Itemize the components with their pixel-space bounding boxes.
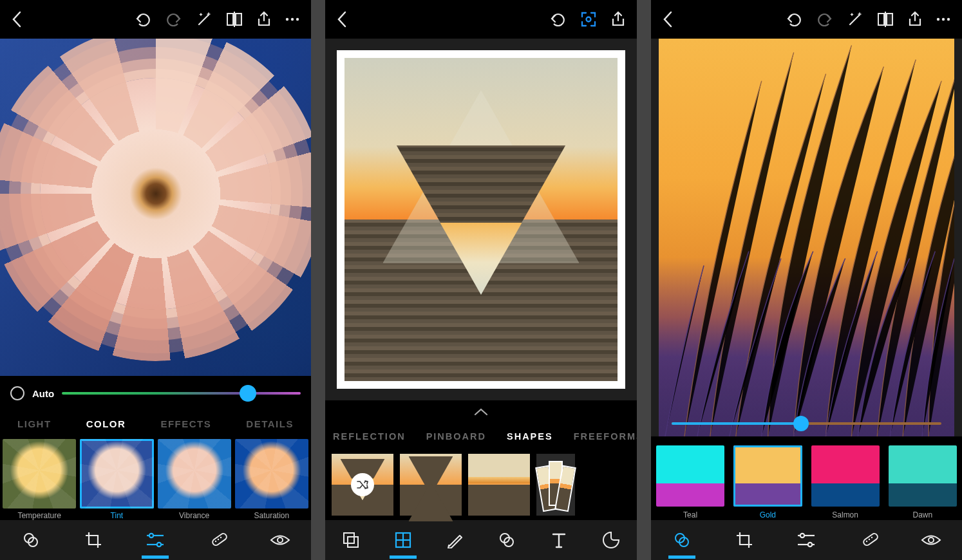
tab-shapes[interactable]: SHAPES bbox=[507, 431, 553, 442]
svg-point-34 bbox=[800, 534, 804, 537]
slider-knob[interactable] bbox=[240, 385, 256, 402]
tab-effects[interactable]: EFFECTS bbox=[160, 418, 211, 429]
back-icon[interactable] bbox=[337, 11, 347, 28]
share-icon[interactable] bbox=[257, 11, 271, 28]
svg-point-30 bbox=[947, 18, 950, 21]
svg-point-16 bbox=[278, 537, 283, 543]
preset-horizon-stripe[interactable] bbox=[468, 454, 530, 516]
svg-point-9 bbox=[149, 534, 153, 537]
back-icon[interactable] bbox=[663, 11, 673, 28]
shape-presets bbox=[325, 449, 637, 520]
screen-duotone-filter: Teal Gold Salmon Dawn bbox=[651, 0, 962, 560]
tool-looks[interactable] bbox=[665, 523, 699, 557]
svg-point-3 bbox=[286, 18, 288, 21]
collage-image bbox=[344, 58, 618, 381]
thumb-temperature[interactable]: Temperature bbox=[3, 439, 76, 520]
tab-details[interactable]: DETAILS bbox=[246, 418, 294, 429]
image-canvas[interactable] bbox=[0, 39, 311, 376]
filter-dawn[interactable]: Dawn bbox=[889, 445, 957, 520]
collage-canvas[interactable] bbox=[325, 39, 637, 400]
svg-point-36 bbox=[808, 543, 812, 546]
preset-cards-fan[interactable] bbox=[536, 454, 575, 516]
svg-point-4 bbox=[291, 18, 294, 21]
preset-triangle-double[interactable] bbox=[400, 454, 462, 516]
svg-point-5 bbox=[296, 18, 299, 21]
auto-indicator-icon[interactable] bbox=[10, 386, 24, 400]
magic-wand-icon[interactable] bbox=[847, 12, 863, 27]
svg-rect-12 bbox=[211, 532, 227, 546]
tool-sticker[interactable] bbox=[594, 523, 628, 557]
bottom-toolbar bbox=[325, 520, 637, 560]
tool-draw[interactable] bbox=[438, 523, 473, 557]
bottom-toolbar bbox=[0, 520, 311, 560]
svg-point-29 bbox=[942, 18, 945, 21]
tab-pinboard[interactable]: PINBOARD bbox=[426, 431, 486, 442]
tab-color[interactable]: COLOR bbox=[86, 418, 126, 429]
redo-icon bbox=[816, 12, 833, 26]
tool-heal[interactable] bbox=[200, 523, 235, 557]
tint-slider[interactable] bbox=[62, 392, 301, 395]
filter-teal[interactable]: Teal bbox=[656, 445, 724, 520]
tool-layout-grid[interactable] bbox=[386, 523, 420, 557]
thumb-vibrance[interactable]: Vibrance bbox=[158, 439, 231, 520]
thumb-tint[interactable]: Tint bbox=[80, 439, 153, 520]
compare-icon[interactable] bbox=[226, 12, 243, 27]
filter-thumbnails: Teal Gold Salmon Dawn bbox=[651, 436, 962, 520]
shuffle-icon bbox=[351, 473, 374, 496]
tool-crop[interactable] bbox=[76, 523, 111, 557]
tool-text[interactable] bbox=[542, 523, 576, 557]
tool-adjust[interactable] bbox=[789, 523, 824, 557]
magic-wand-icon[interactable] bbox=[196, 12, 212, 27]
share-icon[interactable] bbox=[908, 11, 922, 28]
thumb-saturation[interactable]: Saturation bbox=[235, 439, 308, 520]
tool-heal[interactable] bbox=[851, 523, 886, 557]
svg-rect-37 bbox=[862, 532, 878, 546]
svg-point-41 bbox=[929, 537, 934, 543]
tool-looks[interactable] bbox=[489, 523, 524, 557]
svg-rect-1 bbox=[236, 14, 241, 25]
compare-icon[interactable] bbox=[877, 12, 894, 27]
adjustment-thumbnails: Temperature Tint Vibrance Saturation bbox=[0, 436, 311, 520]
svg-point-11 bbox=[157, 543, 161, 546]
screen-collage-shapes: REFLECTION PINBOARD SHAPES FREEFORMS bbox=[325, 0, 637, 560]
collage-type-tabs: REFLECTION PINBOARD SHAPES FREEFORMS bbox=[325, 424, 637, 449]
svg-rect-25 bbox=[878, 14, 884, 25]
svg-point-39 bbox=[869, 539, 870, 540]
tab-reflection[interactable]: REFLECTION bbox=[333, 431, 406, 442]
tool-crop[interactable] bbox=[727, 523, 762, 557]
slider-knob[interactable] bbox=[793, 416, 809, 431]
adjust-category-tabs: LIGHT COLOR EFFECTS DETAILS bbox=[0, 411, 311, 436]
preset-triangle-down[interactable] bbox=[332, 454, 393, 516]
auto-label[interactable]: Auto bbox=[32, 388, 54, 399]
undo-icon[interactable] bbox=[135, 12, 151, 26]
edited-image bbox=[659, 39, 954, 436]
tab-light[interactable]: LIGHT bbox=[17, 418, 52, 429]
svg-point-40 bbox=[871, 537, 872, 538]
back-icon[interactable] bbox=[12, 11, 22, 28]
filter-gold[interactable]: Gold bbox=[733, 445, 802, 520]
tool-redeye[interactable] bbox=[263, 523, 297, 557]
tool-adjust[interactable] bbox=[138, 523, 173, 557]
bottom-toolbar bbox=[651, 520, 962, 560]
tool-layers[interactable] bbox=[334, 523, 368, 557]
intensity-slider[interactable] bbox=[672, 422, 941, 425]
topbar bbox=[325, 0, 637, 39]
undo-icon[interactable] bbox=[786, 12, 802, 26]
fullscreen-icon[interactable] bbox=[580, 11, 597, 28]
svg-rect-18 bbox=[344, 533, 354, 543]
tool-redeye[interactable] bbox=[914, 523, 948, 557]
svg-point-38 bbox=[866, 541, 867, 542]
undo-icon[interactable] bbox=[549, 12, 566, 26]
image-canvas[interactable] bbox=[651, 39, 962, 436]
svg-rect-26 bbox=[887, 14, 892, 25]
more-icon[interactable] bbox=[285, 17, 299, 22]
svg-point-13 bbox=[215, 541, 216, 542]
tool-looks[interactable] bbox=[14, 523, 48, 557]
expand-panel-toggle[interactable] bbox=[325, 400, 637, 424]
topbar bbox=[651, 0, 962, 39]
share-icon[interactable] bbox=[611, 11, 625, 28]
svg-point-28 bbox=[937, 18, 939, 21]
more-icon[interactable] bbox=[936, 17, 950, 22]
tab-freeforms[interactable]: FREEFORMS bbox=[574, 431, 637, 442]
filter-salmon[interactable]: Salmon bbox=[811, 445, 880, 520]
